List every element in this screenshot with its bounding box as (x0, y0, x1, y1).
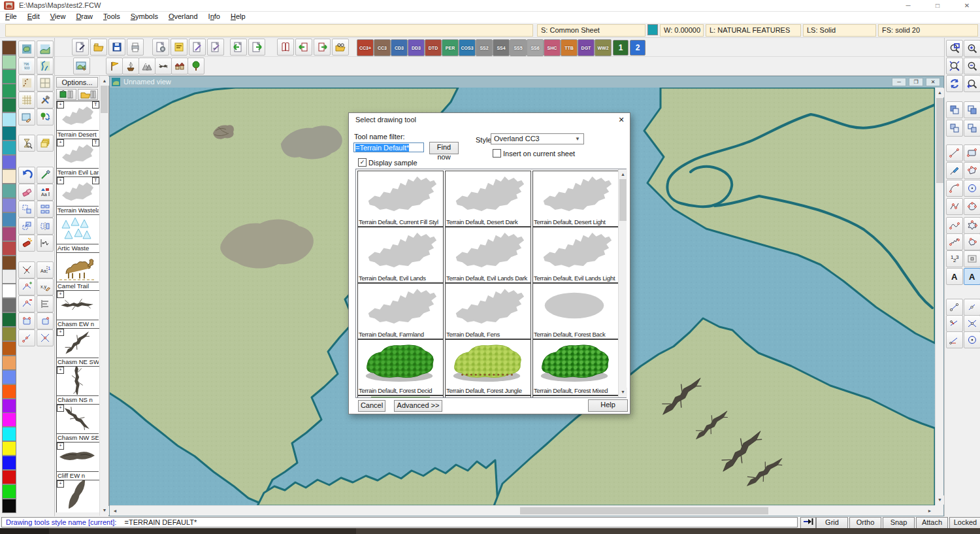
symbol-terrain-wastela[interactable]: +TTerrain Wastela (56, 176, 99, 215)
color-swatch-26[interactable] (2, 412, 16, 427)
catalog-import-button[interactable] (295, 39, 312, 56)
tool-cell-partial-0[interactable] (357, 395, 444, 398)
style-ss6-button[interactable]: SS6 (527, 39, 544, 56)
tool-cell-terrain-default-desert-light[interactable]: Terrain Default, Desert Light (532, 171, 619, 227)
landmass-button[interactable] (18, 41, 35, 58)
expand-icon[interactable]: + (57, 405, 64, 412)
blob-tool-button[interactable] (964, 217, 980, 234)
edit-attributes-button[interactable] (207, 39, 224, 56)
locked-button[interactable]: Locked (949, 517, 980, 529)
color-swatch-18[interactable] (2, 298, 16, 312)
color-swatch-20[interactable] (2, 327, 16, 341)
color-swatch-10[interactable] (2, 184, 16, 198)
map-horizontal-scrollbar[interactable]: ◄ ► (110, 505, 935, 516)
box-handles-button[interactable] (18, 312, 35, 329)
style-ss2-button[interactable]: SS2 (476, 39, 493, 56)
menu-tools[interactable]: Tools (98, 12, 125, 23)
symbol-artic-waste[interactable]: Artic Waste (56, 214, 99, 253)
tool-cell-terrain-default-evil-lands-light[interactable]: Terrain Default, Evil Lands Light (532, 227, 619, 283)
color-swatch-31[interactable] (2, 484, 16, 499)
path-button[interactable] (946, 198, 963, 215)
style-ttb-button[interactable]: TTB (561, 39, 578, 56)
symbol-manager-button[interactable] (152, 39, 169, 56)
toggle-icon[interactable]: T (92, 139, 99, 146)
style-cc3-button[interactable]: CC3+ (357, 39, 374, 56)
catalog-settings-button[interactable] (56, 89, 76, 100)
zoom-last-button[interactable] (964, 75, 980, 92)
hex-grid-button[interactable] (18, 92, 35, 108)
erase-button[interactable] (18, 184, 35, 201)
style-per-button[interactable]: PER (442, 39, 459, 56)
tool-cell-terrain-default-desert-dark[interactable]: Terrain Default, Desert Dark (445, 171, 531, 227)
symbol-chasm-ew-n[interactable]: +Chasm EW n (56, 290, 99, 329)
copy-button[interactable] (18, 201, 35, 218)
map-settings-button[interactable] (73, 58, 90, 75)
expand-icon[interactable]: + (57, 367, 64, 374)
numeric-label-button[interactable]: 123 (946, 250, 963, 267)
help-button[interactable]: Help (588, 399, 628, 412)
mirror-button[interactable] (37, 218, 54, 235)
menu-file[interactable]: File (0, 12, 22, 23)
color-swatch-12[interactable] (2, 212, 16, 227)
expand-icon[interactable]: + (57, 291, 64, 298)
symbol-partial-10[interactable]: + (56, 480, 99, 512)
tool-cell-terrain-default-forest-decid[interactable]: Terrain Default, Forest Decid (357, 339, 444, 395)
color-swatch-6[interactable] (2, 126, 16, 141)
color-swatch-4[interactable] (2, 98, 16, 112)
color-swatch-5[interactable] (2, 112, 16, 127)
color-swatch-21[interactable] (2, 341, 16, 356)
menu-draw[interactable]: Draw (71, 12, 98, 23)
cursor-snap-icon[interactable] (800, 517, 816, 529)
scale-text-button[interactable]: Aa1 (37, 261, 54, 278)
menu-edit[interactable]: Edit (22, 12, 45, 23)
order-front-one-button[interactable] (946, 120, 963, 137)
window-1-button[interactable]: 1 (613, 40, 629, 56)
tool-cell-terrain-default-forest-back[interactable]: Terrain Default, Forest Back (532, 283, 619, 339)
style-dgt-button[interactable]: DGT (578, 39, 595, 56)
expand-icon[interactable]: + (57, 177, 64, 184)
symbol-terrain-desert-1[interactable]: +TTerrain Desert 1 (56, 101, 99, 139)
expand-icon[interactable]: + (57, 442, 64, 450)
node-delete-button[interactable] (18, 295, 35, 312)
style-dtd-button[interactable]: DTD (425, 39, 442, 56)
map-close-icon[interactable]: ✕ (926, 78, 940, 86)
color-swatch-30[interactable] (2, 470, 16, 484)
order-front-button[interactable] (946, 101, 963, 118)
color-swatch-3[interactable] (2, 84, 16, 98)
ship-button[interactable] (122, 58, 139, 75)
tool-grid-scrollbar[interactable]: ▲ ▼ (618, 169, 627, 397)
symbol-panel-scrollbar[interactable]: ▲ ▼ (99, 76, 108, 516)
menu-symbols[interactable]: Symbols (125, 12, 163, 23)
color-swatch-16[interactable] (2, 269, 16, 284)
tool-cell-terrain-default-fens[interactable]: Terrain Default, Fens (445, 283, 531, 339)
zoom-extents-button[interactable] (946, 58, 963, 75)
dialog-titlebar[interactable]: Select drawing tool (349, 113, 630, 126)
symbol-catalog-button[interactable] (277, 39, 294, 56)
symbol-terrain-evil-lan[interactable]: +TTerrain Evil Lan (56, 139, 99, 177)
style-shc-button[interactable]: SHC (544, 39, 561, 56)
color-text-button[interactable]: Aa (37, 184, 54, 201)
circle-center-button[interactable] (964, 331, 980, 348)
color-swatch-24[interactable] (2, 384, 16, 399)
cancel-button[interactable]: Cancel (358, 400, 385, 412)
width-indicator[interactable]: W: 0.00000 (660, 24, 704, 37)
xy-edit-button[interactable]: x,y (37, 278, 54, 295)
map-minimize-icon[interactable]: ─ (892, 78, 906, 86)
map-restore-icon[interactable]: ❐ (909, 78, 923, 86)
arc-button[interactable] (946, 180, 963, 197)
dialog-close-icon[interactable]: ✕ (615, 114, 627, 125)
insert-on-sheet-checkbox[interactable] (493, 149, 501, 158)
fill-style-indicator[interactable]: FS: solid 20 (878, 24, 978, 37)
zoom-in-button[interactable] (964, 40, 980, 57)
color-swatch-23[interactable] (2, 370, 16, 384)
search-symbols-button[interactable] (332, 39, 349, 56)
tool-name-filter-input[interactable]: =Terrain Default* (353, 142, 424, 152)
color-swatch-15[interactable] (2, 256, 16, 270)
advanced-button[interactable]: Advanced >> (394, 400, 442, 412)
tool-cell-partial-1[interactable] (445, 395, 531, 398)
map-vertical-scrollbar[interactable]: ▲ ▼ (935, 88, 943, 505)
color-swatch-32[interactable] (2, 499, 16, 513)
attach-button[interactable]: Attach (916, 517, 948, 529)
open-drawing-button[interactable] (90, 39, 107, 56)
tool-cell-terrain-default-evil-lands-dark[interactable]: Terrain Default, Evil Lands Dark (445, 227, 531, 283)
